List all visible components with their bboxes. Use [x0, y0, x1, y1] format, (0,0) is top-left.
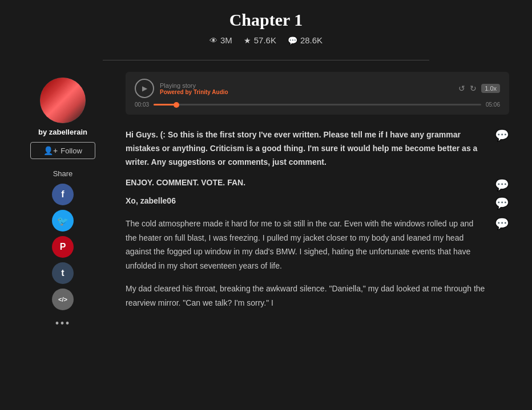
- embed-icon: </>: [58, 296, 67, 303]
- speed-badge[interactable]: 1.0x: [481, 84, 500, 93]
- content-wrapper: by zabellerain 👤+ Follow Share f 🐦 P t <…: [0, 60, 532, 330]
- intro-section: Hi Guys. (: So this is the first story I…: [126, 128, 509, 169]
- progress-bar[interactable]: [154, 104, 481, 105]
- inline-comment-icon-1[interactable]: 💬: [495, 128, 509, 142]
- sign-text: Xo, zabelle06: [126, 196, 509, 205]
- body-paragraph-2: My dad cleared his throat, breaking the …: [126, 282, 509, 310]
- author-username: zabellerain: [49, 128, 87, 136]
- votes-count: 57.6K: [254, 35, 276, 45]
- progress-row: 00:03 05:06: [135, 102, 500, 108]
- player-right: ↺ ↻ 1.0x: [458, 84, 500, 93]
- audio-player: ▶ Playing story Powered by Trinity Audio…: [126, 72, 509, 115]
- player-top: ▶ Playing story Powered by Trinity Audio…: [135, 79, 500, 98]
- cta-text: ENJOY. COMMENT. VOTE. FAN.: [126, 178, 509, 187]
- page-header: Chapter 1 👁 3M ★ 57.6K 💬 28.6K: [0, 0, 532, 54]
- inline-comment-icon-4[interactable]: 💬: [495, 217, 509, 230]
- intro-text: Hi Guys. (: So this is the first story I…: [126, 130, 477, 167]
- body-section-2: My dad cleared his throat, breaking the …: [126, 282, 509, 310]
- player-powered: Powered by Trinity Audio: [160, 89, 228, 95]
- tumblr-icon: t: [61, 268, 64, 278]
- twitter-button[interactable]: 🐦: [52, 210, 74, 232]
- powered-prefix: Powered by: [160, 89, 194, 95]
- main-content: ▶ Playing story Powered by Trinity Audio…: [114, 72, 521, 330]
- rewind-button[interactable]: ↺: [458, 84, 465, 93]
- avatar-image: [40, 78, 86, 123]
- author-avatar: [40, 78, 86, 123]
- body-paragraph-1: The cold atmosphere made it hard for me …: [126, 217, 509, 273]
- views-count: 3M: [220, 35, 232, 45]
- comments-count: 28.6K: [300, 35, 323, 45]
- inline-comment-icon-2[interactable]: 💬: [495, 178, 509, 192]
- player-left: ▶ Playing story Powered by Trinity Audio: [135, 79, 228, 98]
- intro-paragraph: Hi Guys. (: So this is the first story I…: [126, 128, 509, 169]
- brand-name: Trinity Audio: [194, 89, 228, 95]
- eye-icon: 👁: [209, 36, 217, 45]
- embed-button[interactable]: </>: [52, 289, 74, 310]
- sidebar: by zabellerain 👤+ Follow Share f 🐦 P t <…: [11, 72, 114, 330]
- play-button[interactable]: ▶: [135, 79, 154, 98]
- follow-button[interactable]: 👤+ Follow: [30, 142, 95, 159]
- inline-comment-icon-3[interactable]: 💬: [495, 196, 509, 210]
- progress-dot: [174, 102, 179, 108]
- cta-section: ENJOY. COMMENT. VOTE. FAN. 💬: [126, 178, 509, 187]
- tumblr-button[interactable]: t: [52, 262, 74, 284]
- progress-fill: [154, 104, 176, 105]
- social-icons: f 🐦 P t </> •••: [52, 184, 74, 330]
- forward-button[interactable]: ↻: [470, 84, 477, 93]
- facebook-icon: f: [61, 189, 64, 200]
- star-icon: ★: [244, 36, 251, 45]
- share-label: Share: [53, 169, 73, 178]
- stats-row: 👁 3M ★ 57.6K 💬 28.6K: [11, 35, 521, 45]
- player-status: Playing story: [160, 82, 228, 89]
- play-icon: ▶: [142, 84, 147, 92]
- facebook-button[interactable]: f: [52, 184, 74, 205]
- comment-bubble-icon: 💬: [288, 36, 297, 45]
- player-meta: Playing story Powered by Trinity Audio: [160, 82, 228, 95]
- sign-section: Xo, zabelle06 💬: [126, 196, 509, 205]
- by-prefix: by: [38, 128, 49, 136]
- views-stat: 👁 3M: [209, 35, 232, 45]
- more-options[interactable]: •••: [55, 317, 70, 330]
- follow-icon: 👤+: [43, 146, 58, 155]
- twitter-icon: 🐦: [57, 216, 68, 226]
- pinterest-icon: P: [60, 242, 66, 252]
- comments-stat: 💬 28.6K: [288, 35, 323, 45]
- time-elapsed: 00:03: [135, 102, 149, 108]
- follow-label: Follow: [61, 147, 82, 155]
- author-byline: by zabellerain: [38, 128, 87, 136]
- pinterest-button[interactable]: P: [52, 236, 74, 258]
- chapter-title: Chapter 1: [11, 10, 521, 30]
- votes-stat: ★ 57.6K: [244, 35, 276, 45]
- time-total: 05:06: [486, 102, 500, 108]
- body-section-1: The cold atmosphere made it hard for me …: [126, 217, 509, 273]
